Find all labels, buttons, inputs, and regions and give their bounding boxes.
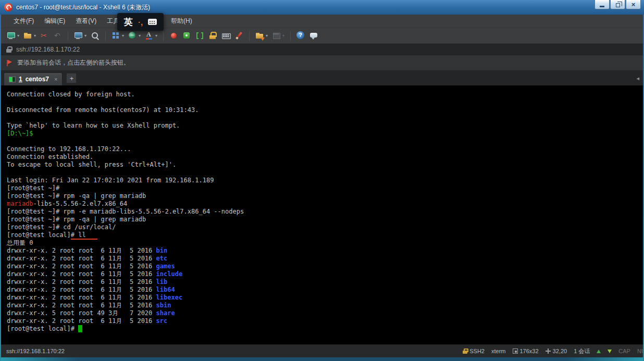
terminal-line: mariadb-libs-5.5.56-2.el7.x86_64 [7,200,644,208]
toolbar-separator [163,31,164,41]
terminal-text: lib [156,278,168,285]
terminal-text: # ll [71,231,97,240]
terminal-line: 总用量 0 [7,239,644,247]
disconnect-button[interactable] [39,30,51,42]
feedback-icon [309,31,318,40]
arrow-down-icon [608,350,612,353]
terminal-text: drwxr-xr-x. 2 root root 6 11月 5 2016 [7,278,156,285]
protocol-indicator[interactable]: SSH2 [463,348,485,354]
fullscreen-button[interactable] [194,30,206,42]
terminal-text: Last login: Fri Jan 22 17:02:10 2021 fro… [7,177,214,184]
tab-centos7[interactable]: 1 centos7 × [4,72,63,85]
disconnect-icon [40,31,49,40]
file-transfer-button[interactable]: ▾ [254,30,269,42]
cursor-position-indicator[interactable]: 32,20 [546,348,567,354]
menu-bar: 文件(F)编辑(E)查看(V)工具(T)窗口(W)帮助(H) [0,15,644,28]
session-flag-icon[interactable] [6,59,13,67]
terminal-text: To escape to local shell, press 'Ctrl+Al… [7,161,176,168]
terminal-text: libexec [156,294,183,301]
tab-close-icon[interactable]: × [54,76,57,82]
record-log-button[interactable] [168,30,180,42]
help-button[interactable] [295,30,307,42]
info-bar: 要添加当前会话，点击左侧的箭头按钮。 [0,55,644,71]
minimize-button[interactable] [595,0,610,9]
encoding-globe-icon [128,31,137,40]
close-button[interactable]: × [626,0,641,9]
terminal-size-indicator[interactable]: 176x32 [513,348,539,354]
scroll-up-indicator[interactable] [597,350,601,353]
ime-punctuation-icon[interactable]: ·, [138,18,143,27]
terminal-text: [D:\~]$ [7,130,37,137]
dropdown-caret-icon[interactable]: ▾ [282,33,284,38]
session-count-indicator[interactable]: 1 会话 [574,347,590,355]
address-url[interactable]: ssh://192.168.1.170:22 [16,46,80,53]
terminal[interactable]: Connection closed by foreign host. Disco… [0,85,644,344]
terminal-line [7,138,644,145]
terminal-line: Last login: Fri Jan 22 17:02:10 2021 fro… [7,177,644,184]
title-bar[interactable]: centos7 - root@test:/usr/local - Xshell … [0,0,644,15]
terminal-text: bin [156,247,168,254]
find-button[interactable] [89,30,101,42]
menu-item-6[interactable]: 帮助(H) [166,15,197,28]
dropdown-caret-icon[interactable]: ▾ [84,33,86,38]
virtual-keyboard-icon [221,31,230,40]
terminal-type-indicator[interactable]: xterm [491,348,506,354]
dropdown-caret-icon[interactable]: ▾ [266,33,268,38]
ime-keyboard-icon[interactable] [148,19,157,25]
dropdown-caret-icon[interactable]: ▾ [139,33,141,38]
open-sessions-button[interactable]: ▾ [22,30,38,42]
dropdown-caret-icon[interactable]: ▾ [155,33,157,38]
encoding-globe-button[interactable]: ▾ [127,30,142,42]
status-label: xterm [491,348,506,354]
caps-lock-indicator[interactable]: CAP [618,348,630,354]
tab-label: centos7 [26,76,49,83]
status-label: 176x32 [520,348,539,354]
virtual-keyboard-button[interactable] [220,30,232,42]
ime-mode-indicator[interactable]: 英 [124,16,133,28]
new-terminal-button[interactable]: ▾ [72,30,88,42]
dropdown-caret-icon[interactable]: ▾ [17,33,19,38]
highlight-pen-button[interactable] [233,30,245,42]
terminal-text: lib64 [156,286,175,293]
terminal-text: [root@test ~]# rpm -qa | grep mariadb [7,192,146,200]
terminal-text: src [156,317,168,325]
terminal-text: drwxr-xr-x. 2 root root 6 11月 5 2016 [7,317,156,325]
terminal-text: [root@test ~]# rpm -qa | grep mariadb [7,216,146,223]
status-connection-url: ssh://192.168.1.170:22 [6,348,65,354]
menu-item-2[interactable]: 编辑(E) [39,15,70,28]
terminal-text: drwxr-xr-x. 2 root root 6 11月 5 2016 [7,263,156,270]
status-label: SSH2 [469,348,485,354]
lock-icon [463,348,467,354]
minimize-icon [600,6,604,7]
ime-popup: 英 ·, [117,13,164,31]
terminal-text: [root@test local]# [7,325,78,332]
lock-screen-button[interactable] [207,30,219,42]
font-color-button[interactable]: ▾ [143,30,159,42]
terminal-text: drwxr-xr-x. 2 root root 6 11月 5 2016 [7,294,156,301]
capture-button[interactable] [181,30,193,42]
dropdown-caret-icon[interactable]: ▾ [34,33,36,38]
terminal-line: drwxr-xr-x. 2 root root 6 11月 5 2016 gam… [7,263,644,270]
menu-item-3[interactable]: 查看(V) [70,15,102,28]
menu-item-1[interactable]: 文件(F) [8,15,39,28]
terminal-line: Type `help' to learn how to use Xshell p… [7,122,644,130]
terminal-line: drwxr-xr-x. 2 root root 6 11月 5 2016 inc… [7,270,644,278]
terminal-text: drwxr-xr-x. 2 root root 6 11月 5 2016 [7,286,156,293]
restore-button[interactable] [610,0,625,9]
terminal-line: [root@test local]# ll [7,231,644,239]
fullscreen-icon [195,31,204,40]
feedback-button[interactable] [308,30,320,42]
new-tab-button[interactable]: + [66,73,77,83]
window-title: centos7 - root@test:/usr/local - Xshell … [16,3,150,12]
new-session-button[interactable]: ▾ [5,30,21,42]
tab-scroll-left-icon[interactable]: ◂ [636,75,639,82]
terminal-text: sbin [156,302,171,309]
layout-button[interactable]: ▾ [110,30,126,42]
address-bar: ssh://192.168.1.170:22 [0,44,644,55]
log-window-button: ▾ [270,30,286,42]
scroll-down-indicator[interactable] [608,350,612,353]
tab-bar: 1 centos7 × + ◂ [0,71,644,85]
terminal-line: drwxr-xr-x. 2 root root 6 11月 5 2016 etc [7,255,644,263]
close-icon: × [631,1,636,8]
dropdown-caret-icon[interactable]: ▾ [122,33,124,38]
